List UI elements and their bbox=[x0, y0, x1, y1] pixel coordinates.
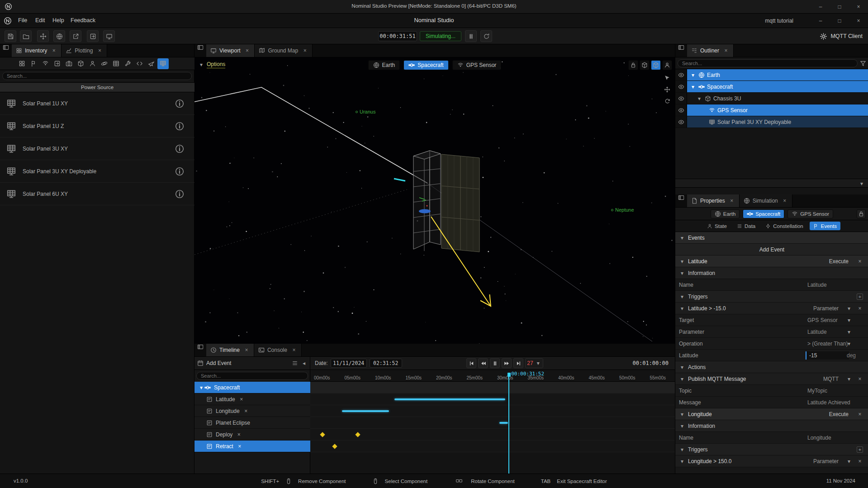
trigger-type-select[interactable]: Parameter bbox=[813, 458, 839, 464]
actions-header[interactable]: ▾ Actions bbox=[675, 361, 868, 373]
operation-select[interactable]: > (Greater Than) bbox=[807, 341, 848, 347]
event-longitude-header[interactable]: ▾ Longitude Execute × bbox=[675, 408, 868, 420]
outliner-node-gps-sensor[interactable]: GPS Sensor bbox=[675, 104, 868, 116]
lock-view-button[interactable] bbox=[628, 60, 638, 70]
entity-button-gps-sensor[interactable]: GPS Sensor bbox=[452, 60, 502, 70]
add-event-button[interactable]: Add Event bbox=[197, 360, 231, 366]
maximize-button[interactable]: □ bbox=[830, 0, 849, 14]
app-close-button[interactable]: × bbox=[849, 14, 868, 28]
remove-action-icon[interactable]: × bbox=[857, 376, 863, 382]
lane-retract[interactable] bbox=[310, 441, 675, 452]
tab-simulation[interactable]: Simulation × bbox=[740, 194, 792, 207]
info-icon[interactable] bbox=[175, 189, 185, 199]
filter-table-button[interactable] bbox=[110, 58, 122, 69]
chevron-down-icon[interactable]: ▾ bbox=[198, 384, 204, 391]
visibility-toggle[interactable] bbox=[675, 104, 687, 116]
playhead-line[interactable] bbox=[508, 376, 509, 474]
close-tab-icon[interactable]: × bbox=[96, 47, 103, 54]
filter-import-button[interactable] bbox=[52, 58, 63, 69]
tab-properties[interactable]: Properties × bbox=[687, 194, 740, 207]
dock-panel-icon[interactable] bbox=[194, 344, 206, 350]
track-options-icon[interactable] bbox=[292, 360, 298, 366]
close-tab-icon[interactable]: × bbox=[243, 347, 250, 353]
close-tab-icon[interactable]: × bbox=[291, 347, 297, 353]
chevron-down-icon[interactable]: ▾ bbox=[846, 458, 852, 464]
lane-deploy[interactable] bbox=[310, 429, 675, 441]
message-input[interactable]: Latitude Achieved bbox=[807, 399, 850, 406]
app-maximize-button[interactable]: □ bbox=[830, 14, 849, 28]
visibility-toggle[interactable] bbox=[675, 81, 687, 92]
information-header[interactable]: ▾ Information bbox=[675, 420, 868, 432]
add-event-button[interactable]: Add Event bbox=[675, 244, 868, 256]
tab-console[interactable]: Console × bbox=[254, 344, 302, 356]
move-tool-button[interactable] bbox=[37, 30, 49, 42]
rotate-gizmo-button[interactable] bbox=[662, 96, 672, 106]
filter-solar-panel-button[interactable] bbox=[157, 58, 169, 69]
outliner-node-solar-panel[interactable]: Solar Panel 3U XY Deployable bbox=[675, 116, 868, 128]
filter-plane-button[interactable] bbox=[146, 58, 157, 69]
track-longitude[interactable]: Longitude × bbox=[194, 405, 310, 417]
filter-code-button[interactable] bbox=[134, 58, 145, 69]
filter-wrench-button[interactable] bbox=[122, 58, 133, 69]
viewport-3d[interactable]: Uranus Neptune ▾ Options Earth Spacecraf… bbox=[194, 57, 675, 344]
filter-person-button[interactable] bbox=[87, 58, 98, 69]
inventory-item[interactable]: Solar Panel 3U XY Deployable bbox=[0, 160, 194, 183]
restart-button[interactable] bbox=[480, 30, 492, 42]
lane-spacecraft[interactable] bbox=[310, 382, 675, 393]
info-icon[interactable] bbox=[175, 166, 185, 176]
subtab-constellation[interactable]: Constellation bbox=[762, 222, 806, 230]
close-tab-icon[interactable]: × bbox=[302, 47, 308, 54]
remove-event-icon[interactable]: × bbox=[857, 411, 863, 417]
fast-forward-button[interactable] bbox=[502, 358, 512, 368]
filter-camera-button[interactable] bbox=[63, 58, 75, 69]
filter-flag-button[interactable] bbox=[28, 58, 39, 69]
close-tab-icon[interactable]: × bbox=[729, 198, 735, 204]
info-icon[interactable] bbox=[175, 121, 185, 131]
action-mqtt-row[interactable]: ▾ Publish MQTT Message MQTT ▾ × bbox=[675, 373, 868, 385]
playback-speed-select[interactable]: 27 ▾ bbox=[525, 358, 543, 368]
info-icon[interactable] bbox=[175, 144, 185, 154]
collapse-panel-icon[interactable]: ◂ bbox=[301, 360, 307, 366]
subtab-state[interactable]: State bbox=[703, 222, 730, 230]
timeline-lanes[interactable]: 00m00s05m00s10m00s15m00s20m00s25m00s30m0… bbox=[310, 370, 675, 474]
open-button[interactable] bbox=[20, 30, 32, 42]
skip-end-button[interactable] bbox=[513, 358, 523, 368]
outliner-node-earth[interactable]: ▾ Earth bbox=[675, 69, 868, 81]
trigger-longitude-row[interactable]: ▾ Longitude > 150.0 Parameter ▾ × bbox=[675, 455, 868, 467]
timeline-keyframe[interactable] bbox=[332, 444, 337, 449]
timeline-bar-latitude[interactable] bbox=[394, 398, 505, 400]
chevron-down-icon[interactable]: ▾ bbox=[690, 72, 696, 78]
dock-panel-icon[interactable] bbox=[675, 194, 687, 201]
filter-orbit-button[interactable] bbox=[99, 58, 110, 69]
chevron-down-icon[interactable]: ▾ bbox=[696, 95, 702, 102]
translate-gizmo-button[interactable] bbox=[662, 85, 672, 95]
visibility-toggle[interactable] bbox=[675, 69, 687, 81]
outliner-node-spacecraft[interactable]: ▾ Spacecraft bbox=[675, 81, 868, 93]
filter-grid-button[interactable] bbox=[16, 58, 28, 69]
remove-trigger-icon[interactable]: × bbox=[857, 305, 863, 312]
subtab-data[interactable]: Data bbox=[733, 222, 759, 230]
remove-track-icon[interactable]: × bbox=[237, 443, 243, 450]
track-latitude[interactable]: Latitude × bbox=[194, 393, 310, 405]
pause-button[interactable] bbox=[465, 30, 477, 42]
import-button[interactable] bbox=[87, 30, 99, 42]
tab-viewport[interactable]: Viewport × bbox=[206, 44, 255, 57]
dock-panel-icon[interactable] bbox=[675, 44, 687, 51]
track-planet-eclipse[interactable]: Planet Eclipse bbox=[194, 417, 310, 429]
triggers-header[interactable]: ▾ Triggers + bbox=[675, 444, 868, 455]
remove-track-icon[interactable]: × bbox=[236, 431, 242, 438]
parameter-select[interactable]: Latitude bbox=[807, 329, 827, 335]
execute-button[interactable]: Execute bbox=[829, 411, 849, 417]
chevron-down-icon[interactable]: ▾ bbox=[846, 317, 852, 323]
scale-reference-button[interactable] bbox=[662, 60, 672, 70]
dock-panel-icon[interactable] bbox=[0, 44, 12, 51]
add-trigger-button[interactable]: + bbox=[857, 294, 863, 300]
chevron-down-icon[interactable]: ▾ bbox=[690, 84, 696, 90]
display-button[interactable] bbox=[103, 30, 115, 42]
minimize-button[interactable]: – bbox=[811, 0, 830, 14]
close-tab-icon[interactable]: × bbox=[723, 47, 729, 54]
close-tab-icon[interactable]: × bbox=[782, 198, 788, 204]
action-type-select[interactable]: MQTT bbox=[823, 376, 839, 382]
remove-event-icon[interactable]: × bbox=[857, 258, 863, 265]
tab-ground-map[interactable]: Ground Map × bbox=[255, 44, 313, 57]
